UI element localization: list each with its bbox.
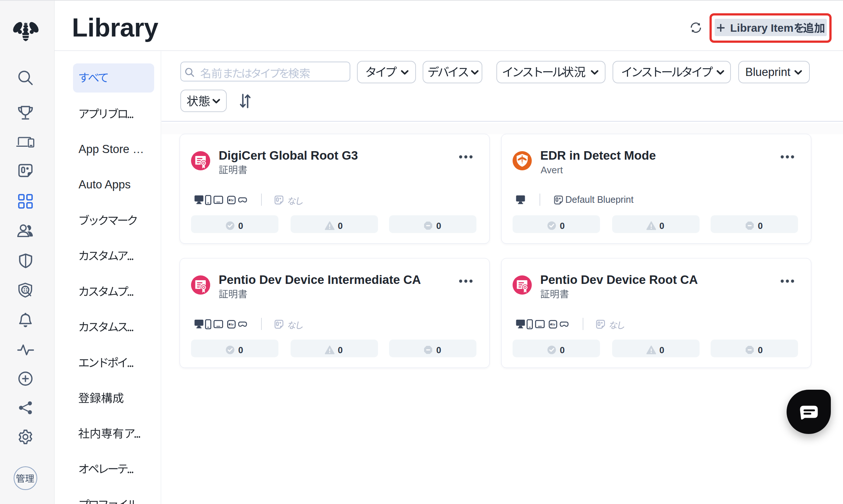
svg-text:tv: tv xyxy=(231,198,234,202)
svg-text:tv: tv xyxy=(552,323,555,326)
svg-text:tv: tv xyxy=(231,323,234,326)
